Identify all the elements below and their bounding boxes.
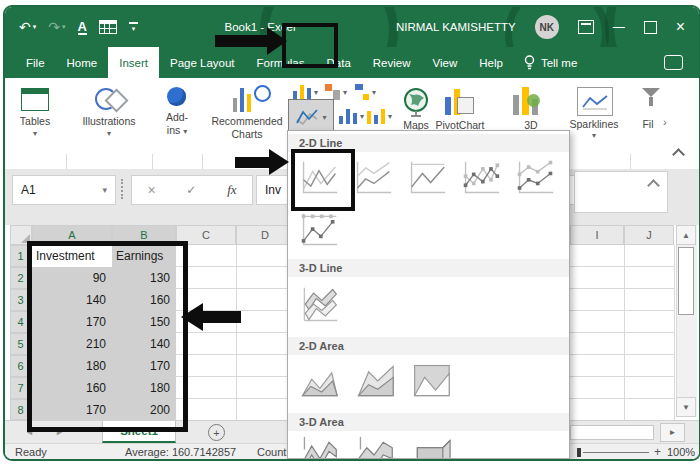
customize-qat-button[interactable]: ▾: [129, 22, 138, 32]
chevron-down-icon: ▾: [565, 131, 623, 140]
enter-icon[interactable]: ✓: [186, 183, 196, 197]
empty-cells[interactable]: [570, 245, 674, 420]
close-button[interactable]: ×: [676, 18, 685, 36]
menu-option-3d-area[interactable]: [296, 433, 342, 459]
column-header-j[interactable]: J: [624, 225, 674, 245]
redo-button[interactable]: ↷ ▾: [48, 20, 65, 34]
tab-file[interactable]: File: [15, 47, 56, 78]
menu-option-stacked-line-with-markers[interactable]: [512, 156, 558, 200]
annotation-arrow-menu: [235, 157, 269, 168]
recommended-charts-icon: [233, 86, 271, 112]
collapse-ribbon-button[interactable]: [667, 146, 689, 162]
insert-combo-chart-button[interactable]: ▾: [367, 108, 392, 124]
annotation-arrow-ribbon: [215, 35, 267, 47]
chevron-down-icon: ▾: [360, 112, 364, 121]
tab-insert[interactable]: Insert: [108, 47, 159, 78]
zoom-slider-track[interactable]: [583, 452, 649, 453]
tab-view[interactable]: View: [422, 47, 469, 78]
horizontal-scrollbar[interactable]: [570, 425, 654, 440]
chevron-down-icon: ▾: [71, 129, 147, 138]
3d-area-chart-icon: [298, 435, 340, 459]
formula-buttons: × ✓ fx: [131, 175, 253, 205]
menu-option-area[interactable]: [296, 359, 342, 403]
tell-me-box[interactable]: Tell me: [514, 47, 587, 78]
tab-help[interactable]: Help: [468, 47, 514, 78]
add-ins-button-line2[interactable]: ins ▾: [153, 124, 201, 136]
globe-overlay-icon: [527, 94, 540, 107]
chevron-down-icon: ▾: [322, 113, 326, 122]
formula-bar-expand-area: [574, 171, 668, 213]
menu-option-100-stacked-area[interactable]: [408, 359, 454, 403]
100-stacked-line-chart-icon: [406, 158, 448, 198]
section-3d-area: 3-D Area: [288, 413, 569, 431]
sparklines-button[interactable]: Sparklines: [565, 118, 623, 130]
ribbon-tab-bar: File Home Insert Page Layout Formulas Da…: [5, 47, 700, 78]
formula-content: Inv: [257, 183, 281, 197]
minimize-button[interactable]: —: [613, 20, 625, 34]
tell-me-label: Tell me: [541, 57, 577, 69]
tab-home[interactable]: Home: [56, 47, 109, 78]
hscroll-right-button[interactable]: ►: [660, 423, 685, 442]
chevron-up-icon[interactable]: [647, 179, 660, 192]
chevron-down-icon: ▾: [372, 88, 376, 97]
name-box-splitter[interactable]: [121, 179, 123, 199]
zoom-level[interactable]: 100%: [667, 446, 695, 458]
100-stacked-line-markers-chart-icon: [298, 210, 340, 250]
chevron-down-icon[interactable]: ▾: [102, 185, 115, 195]
recommended-charts-button-line2[interactable]: Charts: [201, 128, 293, 140]
insert-function-icon[interactable]: fx: [227, 182, 236, 198]
cancel-icon[interactable]: ×: [147, 182, 155, 198]
annotation-arrowhead: [267, 27, 287, 55]
menu-option-100-stacked-3d-area[interactable]: [408, 433, 454, 459]
menu-option-100-stacked-line[interactable]: [404, 156, 450, 200]
tables-button[interactable]: Tables: [9, 115, 61, 127]
stacked-3d-area-chart-icon: [354, 435, 396, 459]
ribbon-display-options-icon[interactable]: [578, 20, 594, 34]
add-ins-button[interactable]: Add-: [153, 111, 201, 123]
menu-option-stacked-line[interactable]: [350, 156, 396, 200]
empty-cells[interactable]: [176, 245, 294, 420]
comment-icon[interactable]: [664, 55, 683, 70]
maps-globe-icon: [401, 87, 431, 117]
borders-icon[interactable]: [99, 20, 117, 34]
stacked-line-markers-chart-icon: [514, 158, 556, 198]
menu-option-stacked-3d-area[interactable]: [352, 433, 398, 459]
annotation-box-selection: [27, 241, 188, 432]
menu-option-3d-line[interactable]: [296, 281, 342, 329]
menu-option-stacked-area[interactable]: [352, 359, 398, 403]
scroll-down-button[interactable]: ▼: [676, 397, 696, 417]
avatar[interactable]: NK: [535, 15, 559, 39]
title-bar: ↶ ▾ ↷ ▾ A ▾ Book1 - Excel NIRMAL KAMISHE…: [5, 7, 699, 47]
recommended-charts-button[interactable]: Recommended: [201, 115, 293, 127]
insert-column-chart-button[interactable]: ▾: [293, 84, 318, 100]
lightbulb-icon: [524, 55, 535, 71]
filter-funnel-icon: [642, 88, 660, 97]
line-chart-icon: [295, 107, 319, 127]
scroll-up-button[interactable]: ▲: [676, 225, 696, 245]
vertical-scrollbar-thumb[interactable]: [678, 247, 694, 315]
chevron-up-icon: [672, 148, 685, 161]
status-average: Average: 160.7142857: [125, 446, 236, 458]
filters-button[interactable]: Fil: [635, 118, 661, 130]
chevron-down-icon: ▾: [183, 127, 187, 136]
column-header-i[interactable]: I: [570, 225, 624, 245]
100-stacked-area-chart-icon: [410, 361, 452, 401]
tab-review[interactable]: Review: [362, 47, 422, 78]
illustrations-button[interactable]: Illustrations: [71, 115, 147, 127]
zoom-in-button[interactable]: +: [654, 445, 661, 459]
menu-option-line-with-markers[interactable]: [458, 156, 504, 200]
new-sheet-button[interactable]: +: [208, 424, 225, 441]
undo-button[interactable]: ↶ ▾: [19, 20, 36, 34]
chevron-down-icon: ▾: [343, 88, 347, 97]
maximize-button[interactable]: [644, 21, 657, 34]
font-color-icon[interactable]: A: [78, 20, 87, 35]
overflow-icon[interactable]: ›: [663, 116, 667, 128]
name-box[interactable]: A1 ▾: [12, 175, 116, 205]
menu-option-100-stacked-line-with-markers[interactable]: [296, 208, 342, 252]
tab-page-layout[interactable]: Page Layout: [159, 47, 246, 78]
insert-hierarchy-chart-button[interactable]: ▾: [355, 84, 376, 100]
insert-bar-chart-button[interactable]: ▾: [339, 108, 364, 124]
insert-waterfall-chart-button[interactable]: ▾: [325, 84, 347, 100]
column-header-d[interactable]: D: [236, 225, 294, 245]
zoom-slider-thumb[interactable]: [577, 448, 581, 457]
